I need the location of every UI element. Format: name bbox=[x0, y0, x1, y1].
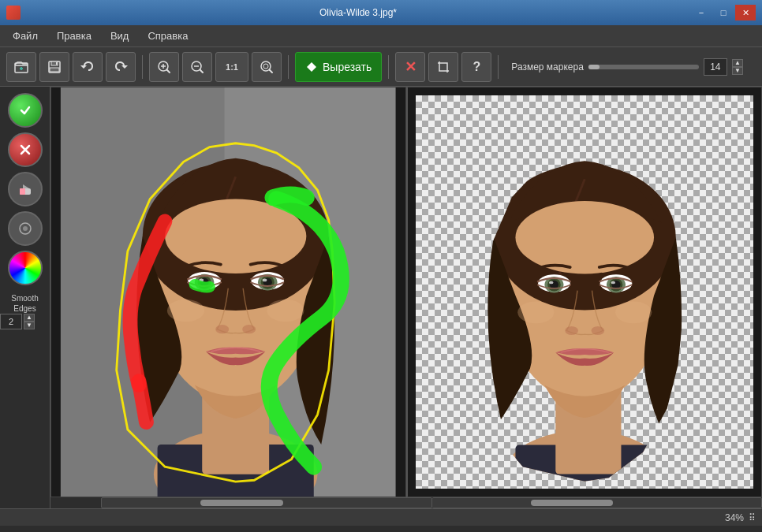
red-brush-button[interactable] bbox=[8, 132, 43, 167]
cancel-button[interactable]: ✕ bbox=[395, 52, 425, 82]
marker-size-label: Размер маркера bbox=[511, 61, 584, 73]
left-canvas-panel[interactable] bbox=[50, 87, 406, 497]
svg-point-53 bbox=[565, 326, 578, 335]
redo-button[interactable] bbox=[106, 52, 136, 82]
right-canvas-panel[interactable] bbox=[406, 87, 763, 497]
marker-size-down[interactable]: ▼ bbox=[732, 67, 743, 75]
svg-point-52 bbox=[611, 281, 615, 285]
svg-marker-9 bbox=[307, 62, 316, 72]
svg-point-21 bbox=[165, 199, 306, 273]
right-scrollbar[interactable] bbox=[432, 497, 763, 508]
svg-point-13 bbox=[23, 226, 28, 231]
marker-size-control: Размер маркера 14 ▲ ▼ bbox=[511, 58, 743, 76]
left-scroll-thumb[interactable] bbox=[200, 500, 282, 506]
smooth-edges-value: 2 bbox=[0, 314, 22, 329]
toolbar: 1:1 Вырезать ✕ ? Размер маркера 14 ▲ ▼ bbox=[0, 47, 762, 87]
canvases-container bbox=[50, 87, 762, 497]
cut-button[interactable]: Вырезать bbox=[295, 52, 382, 82]
marker-size-value: 14 bbox=[704, 58, 727, 76]
svg-point-26 bbox=[199, 279, 204, 282]
marker-size-spinbox: ▲ ▼ bbox=[732, 59, 743, 75]
maximize-button[interactable]: □ bbox=[713, 5, 734, 20]
scrollbar-spacer bbox=[50, 497, 101, 508]
svg-point-47 bbox=[548, 281, 553, 285]
svg-point-34 bbox=[167, 299, 204, 322]
smooth-edges-control: 2 ▲ ▼ bbox=[0, 314, 50, 329]
right-canvas-image bbox=[416, 95, 754, 489]
smooth-edges-down[interactable]: ▼ bbox=[24, 322, 35, 329]
zoom-level: 34% bbox=[725, 512, 744, 523]
separator-1 bbox=[142, 55, 143, 79]
svg-point-31 bbox=[263, 279, 267, 282]
zoom-1to1-button[interactable]: 1:1 bbox=[215, 52, 248, 82]
svg-point-54 bbox=[591, 326, 604, 335]
svg-point-35 bbox=[267, 299, 304, 322]
close-button[interactable]: ✕ bbox=[735, 5, 756, 20]
open-button[interactable] bbox=[6, 52, 36, 82]
zoom-in-button[interactable] bbox=[149, 52, 179, 82]
svg-rect-11 bbox=[20, 188, 25, 195]
svg-point-8 bbox=[263, 64, 268, 69]
minimize-button[interactable]: − bbox=[691, 5, 712, 20]
smooth-edges-up[interactable]: ▲ bbox=[24, 314, 35, 322]
smooth-edges-section: Smooth Edges 2 ▲ ▼ bbox=[0, 293, 50, 329]
resize-handle[interactable]: ⠿ bbox=[749, 512, 756, 523]
separator-4 bbox=[498, 55, 499, 79]
canvas-area bbox=[50, 87, 762, 508]
separator-3 bbox=[388, 55, 389, 79]
right-canvas[interactable] bbox=[416, 95, 754, 489]
svg-rect-4 bbox=[56, 62, 58, 65]
crop-button[interactable] bbox=[428, 52, 458, 82]
left-canvas-image bbox=[51, 87, 405, 497]
save-button[interactable] bbox=[39, 52, 69, 82]
zoom-fit-button[interactable] bbox=[252, 52, 282, 82]
svg-point-32 bbox=[215, 325, 229, 333]
menu-help[interactable]: Справка bbox=[138, 27, 197, 45]
color-picker-button[interactable] bbox=[8, 251, 43, 285]
eraser-button[interactable] bbox=[8, 172, 43, 206]
main-area: Smooth Edges 2 ▲ ▼ bbox=[0, 87, 762, 508]
sidebar: Smooth Edges 2 ▲ ▼ bbox=[0, 87, 50, 508]
menubar: Файл Правка Вид Справка bbox=[0, 25, 762, 47]
statusbar: 34% ⠿ bbox=[0, 508, 762, 526]
cut-button-label: Вырезать bbox=[323, 61, 372, 73]
zoom-out-button[interactable] bbox=[182, 52, 212, 82]
marker-size-up[interactable]: ▲ bbox=[732, 59, 743, 67]
titlebar: Olivia-Wilde 3.jpg* − □ ✕ bbox=[0, 0, 762, 25]
undo-button[interactable] bbox=[73, 52, 103, 82]
right-scroll-thumb[interactable] bbox=[531, 500, 613, 506]
help-button[interactable]: ? bbox=[461, 52, 491, 82]
svg-rect-3 bbox=[50, 68, 59, 72]
svg-point-42 bbox=[515, 201, 654, 273]
menu-edit[interactable]: Правка bbox=[47, 27, 101, 45]
svg-point-55 bbox=[517, 302, 554, 324]
left-scrollbar[interactable] bbox=[101, 497, 432, 508]
menu-file[interactable]: Файл bbox=[3, 27, 47, 45]
svg-point-33 bbox=[242, 325, 256, 333]
window-title: Olivia-Wilde 3.jpg* bbox=[25, 7, 691, 18]
app-icon bbox=[6, 6, 21, 20]
window-controls: − □ ✕ bbox=[691, 5, 756, 20]
scrollbar-row bbox=[50, 497, 762, 508]
menu-view[interactable]: Вид bbox=[101, 27, 139, 45]
marker-button[interactable] bbox=[8, 211, 43, 246]
smooth-edges-label: Smooth Edges bbox=[0, 293, 50, 314]
separator-2 bbox=[288, 55, 289, 79]
svg-point-56 bbox=[615, 302, 652, 324]
green-brush-button[interactable] bbox=[8, 93, 43, 128]
smooth-edges-spinbox: ▲ ▼ bbox=[24, 314, 35, 329]
marker-size-slider[interactable] bbox=[588, 65, 699, 69]
left-canvas[interactable] bbox=[51, 87, 405, 497]
